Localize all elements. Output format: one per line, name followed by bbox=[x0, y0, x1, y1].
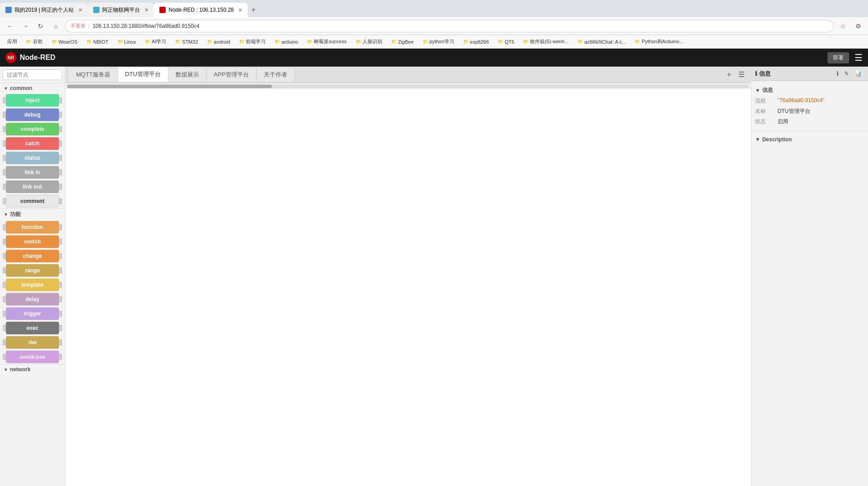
port-right bbox=[59, 97, 62, 104]
node-body-linkin: link in bbox=[6, 166, 59, 179]
info-label-status: 状态 bbox=[755, 118, 778, 126]
port-right bbox=[59, 267, 62, 274]
forward-button[interactable]: → bbox=[19, 20, 32, 32]
menu-button[interactable]: ☰ bbox=[854, 52, 863, 63]
info-tab-chart[interactable]: 📊 bbox=[852, 69, 864, 78]
back-button[interactable]: ← bbox=[4, 20, 16, 32]
flow-tab-dtu[interactable]: DTU管理平台 bbox=[118, 68, 168, 82]
tab-3[interactable]: Node-RED : 106.13.150.28 ✕ bbox=[154, 3, 248, 17]
bookmark-google[interactable]: 谷歌 bbox=[23, 37, 46, 46]
bookmark-pytharduino[interactable]: Python和Arduino... bbox=[631, 37, 687, 46]
palette-node-status[interactable]: status bbox=[3, 152, 62, 164]
palette-node-linkout[interactable]: link out bbox=[3, 180, 62, 193]
extensions-button[interactable]: ⚙ bbox=[852, 20, 864, 32]
category-arrow-common: ▼ bbox=[4, 86, 8, 91]
tab-close-1[interactable]: ✕ bbox=[78, 7, 82, 13]
palette-node-delay[interactable]: delay bbox=[3, 293, 62, 306]
bookmark-raspi[interactable]: 树莓派success bbox=[303, 37, 350, 46]
flow-tab-data[interactable]: 数据展示 bbox=[168, 68, 207, 81]
bookmark-inbox[interactable]: 收件箱(5)-wenh... bbox=[520, 37, 572, 46]
bookmark-face[interactable]: 人脸识别 bbox=[352, 37, 386, 46]
category-functions[interactable]: ▼ 功能 bbox=[0, 208, 65, 220]
new-tab-button[interactable]: + bbox=[248, 6, 259, 14]
tab-1[interactable]: 我的2019 | 阿正的个人站 ✕ bbox=[0, 3, 88, 17]
info-value-name: DTU管理平台 bbox=[778, 108, 810, 115]
scrollbar-track bbox=[67, 85, 749, 88]
palette-node-rbe[interactable]: rbe bbox=[3, 336, 62, 349]
star-button[interactable]: ☆ bbox=[836, 20, 849, 32]
info-section-info[interactable]: ▼ 信息 bbox=[755, 85, 864, 96]
bookmark-itchat[interactable]: az666/ItChat: A c... bbox=[574, 38, 629, 45]
palette-node-exec[interactable]: exec bbox=[3, 322, 62, 334]
add-tab-button[interactable]: + bbox=[724, 69, 734, 80]
palette-node-debug[interactable]: debug bbox=[3, 108, 62, 121]
bookmark-linux[interactable]: Linux bbox=[114, 38, 140, 45]
refresh-button[interactable]: ↻ bbox=[34, 20, 47, 32]
category-network[interactable]: ▼ network bbox=[0, 364, 65, 374]
category-arrow-network: ▼ bbox=[4, 367, 8, 372]
bookmark-ai[interactable]: AI学习 bbox=[141, 37, 170, 46]
bookmark-nbiot[interactable]: NBIOT bbox=[83, 38, 112, 45]
info-desc-label: Description bbox=[762, 136, 792, 143]
palette-node-linkin[interactable]: link in bbox=[3, 166, 62, 179]
palette-node-function[interactable]: function bbox=[3, 221, 62, 234]
bookmark-frontend[interactable]: 前端学习 bbox=[235, 37, 269, 46]
palette-node-range[interactable]: range bbox=[3, 264, 62, 277]
node-body-catch: catch bbox=[6, 137, 59, 150]
bookmark-wearos[interactable]: WearOS bbox=[48, 38, 81, 45]
category-common[interactable]: ▼ common bbox=[0, 83, 65, 93]
info-section-main: ▼ 信息 流程 "76a96ad0.9150c4" 名称 DTU管理平台 状态 … bbox=[751, 81, 868, 130]
palette-node-comment[interactable]: comment bbox=[3, 195, 62, 207]
tab-actions: + ☰ bbox=[724, 69, 747, 80]
port-right bbox=[59, 339, 62, 346]
port-right bbox=[59, 224, 62, 230]
info-tab-edit[interactable]: ✎ bbox=[841, 69, 852, 78]
security-indicator: 不安全 bbox=[71, 22, 86, 29]
node-body-function: function bbox=[6, 221, 59, 234]
palette-node-contribjson[interactable]: contrib json bbox=[3, 351, 62, 363]
palette-node-complete[interactable]: complete bbox=[3, 123, 62, 135]
port-right bbox=[59, 310, 62, 317]
deploy-button[interactable]: 部署 bbox=[827, 52, 849, 63]
info-section-desc[interactable]: ▼ Description bbox=[755, 135, 864, 144]
tab-close-3[interactable]: ✕ bbox=[238, 7, 242, 13]
bookmark-python[interactable]: python学习 bbox=[419, 37, 458, 46]
logo-icon: NR bbox=[5, 52, 16, 63]
palette-node-catch[interactable]: catch bbox=[3, 137, 62, 150]
flow-tab-mqtt[interactable]: MQTT服务器 bbox=[69, 68, 118, 81]
info-label-flow: 流程 bbox=[755, 97, 778, 105]
home-button[interactable]: ⌂ bbox=[50, 20, 62, 32]
flow-tab-about[interactable]: 关于作者 bbox=[257, 68, 295, 81]
info-value-flow: "76a96ad0.9150c4" bbox=[778, 97, 825, 104]
tab-2[interactable]: 阿正物联网平台 ✕ bbox=[88, 3, 154, 17]
palette-node-change[interactable]: change bbox=[3, 250, 62, 262]
bookmark-android[interactable]: android bbox=[203, 38, 234, 45]
bookmark-arduino[interactable]: arduino bbox=[271, 38, 302, 45]
bookmarks-bar: 应用 谷歌 WearOS NBIOT Linux AI学习 STM32 andr… bbox=[0, 35, 868, 49]
port-right bbox=[59, 112, 62, 118]
app-logo: NR Node-RED bbox=[5, 52, 55, 63]
node-body-debug: debug bbox=[6, 108, 59, 121]
palette-node-template[interactable]: template bbox=[3, 279, 62, 291]
node-body-exec: exec bbox=[6, 322, 59, 334]
bookmark-apps[interactable]: 应用 bbox=[4, 37, 21, 46]
bookmark-stm32[interactable]: STM32 bbox=[172, 38, 201, 45]
palette-node-switch[interactable]: switch bbox=[3, 235, 62, 248]
tab-close-2[interactable]: ✕ bbox=[145, 7, 149, 13]
flow-tab-app[interactable]: APP管理平台 bbox=[207, 68, 257, 81]
palette-node-trigger[interactable]: trigger bbox=[3, 307, 62, 320]
tab-list-button[interactable]: ☰ bbox=[736, 69, 747, 80]
bookmark-esp[interactable]: esp8266 bbox=[460, 38, 493, 45]
palette-node-inject[interactable]: inject bbox=[3, 94, 62, 107]
info-desc-section: ▼ Description bbox=[751, 130, 868, 148]
port-right bbox=[59, 296, 62, 302]
address-bar[interactable]: 不安全 | 106.13.150.28:1880/#flow/76a96ad0.… bbox=[65, 20, 834, 32]
info-tab-info[interactable]: ℹ bbox=[834, 69, 841, 78]
node-body-comment: comment bbox=[6, 195, 59, 207]
bookmark-qt5[interactable]: QT5 bbox=[494, 38, 518, 45]
canvas-scrollbar-horizontal[interactable] bbox=[65, 83, 751, 89]
bookmark-zigbee[interactable]: ZigBee bbox=[388, 38, 417, 45]
tab-bar: 我的2019 | 阿正的个人站 ✕ 阿正物联网平台 ✕ Node-RED : 1… bbox=[0, 0, 868, 17]
search-input[interactable] bbox=[3, 69, 62, 80]
tab-favicon-2 bbox=[93, 7, 99, 13]
